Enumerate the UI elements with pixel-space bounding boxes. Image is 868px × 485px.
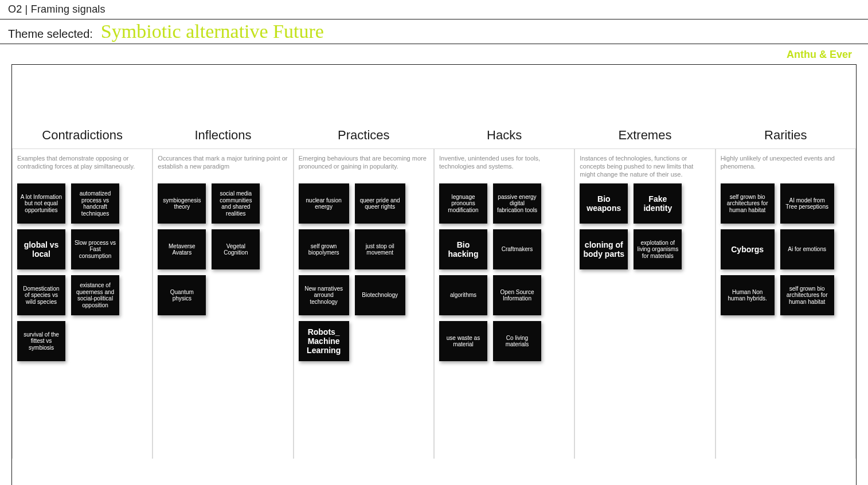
sticky-note[interactable]: self grown bio architectures for human h… [780,275,834,315]
sticky-note[interactable]: Cyborgs [721,229,775,269]
card-container: legnuage pronouns modificationpassive en… [439,183,569,361]
sticky-note[interactable]: queer pride and queer rights [355,183,405,224]
sticky-note[interactable]: Co living materials [493,321,541,361]
column-header: Extremes [574,122,715,148]
sticky-note[interactable]: Ai for emotions [780,229,834,269]
column-body: Instances of technologies, functions or … [574,148,715,459]
column-description: Inventive, unintended uses for tools, te… [439,155,569,179]
column-description: Emerging behaviours that are becoming mo… [299,155,429,179]
column-body: Inventive, unintended uses for tools, te… [434,148,574,459]
card-container: symbiogenesis theorysocial media communi… [158,183,288,315]
sticky-note[interactable]: survival of the fittest vs symbiosis [17,321,65,361]
card-container: self grown bio architectures for human h… [721,183,851,315]
column-contradictions: ContradictionsExamples that demonstrate … [12,122,153,459]
sticky-note[interactable]: AI model from Tree perseptions [780,183,834,224]
sticky-note[interactable]: legnuage pronouns modification [439,183,487,224]
page-title: O2 | Framing signals [0,0,868,19]
sticky-note[interactable]: Robots_ Machine Learning [299,321,349,361]
sticky-note[interactable]: algorithms [439,275,487,315]
column-body: Highly unlikely of unexpected events and… [715,148,856,459]
sticky-note[interactable]: New narratives arround technology [299,275,349,315]
card-container: Bio weaponsFake identitycloning of body … [580,183,710,269]
sticky-note[interactable]: Metaverse Avatars [158,229,206,269]
column-description: Examples that demonstrate opposing or co… [17,155,147,179]
sticky-note[interactable]: automatized process vs handcraft techniq… [71,183,119,224]
sticky-note[interactable]: explotation of living organisms for mate… [634,229,682,269]
sticky-note[interactable]: use waste as material [439,321,487,361]
column-body: Emerging behaviours that are becoming mo… [294,148,434,459]
column-extremes: ExtremesInstances of technologies, funct… [574,122,715,459]
theme-label: Theme selected: [8,28,93,41]
sticky-note[interactable]: nuclear fusion energy [299,183,349,224]
column-description: Instances of technologies, functions or … [580,155,710,179]
sticky-note[interactable]: Bio hacking [439,229,487,269]
sticky-note[interactable]: global vs local [17,229,65,269]
column-header: Rarities [715,122,856,148]
sticky-note[interactable]: Quantum physics [158,275,206,315]
card-container: A lot Information but not equal opportun… [17,183,147,361]
column-header: Contradictions [12,122,153,148]
column-description: Occurances that mark a major turining po… [158,155,288,179]
sticky-note[interactable]: social media communities and shared real… [212,183,260,224]
whiteboard-frame[interactable]: ContradictionsExamples that demonstrate … [11,64,857,485]
sticky-note[interactable]: Biotechnology [355,275,405,315]
column-body: Occurances that mark a major turining po… [153,148,293,459]
sticky-note[interactable]: symbiogenesis theory [158,183,206,224]
column-header: Hacks [434,122,574,148]
column-inflections: InflectionsOccurances that mark a major … [153,122,293,459]
column-rarities: RaritiesHighly unlikely of unexpected ev… [715,122,856,459]
column-header: Practices [294,122,434,148]
sticky-note[interactable]: cloning of body parts [580,229,628,269]
column-hacks: HacksInventive, unintended uses for tool… [434,122,574,459]
sticky-note[interactable]: Bio weapons [580,183,628,224]
column-practices: PracticesEmerging behaviours that are be… [294,122,434,459]
sticky-note[interactable]: passive energy digital fabrication tools [493,183,541,224]
sticky-note[interactable]: Domestication of species vs wild species [17,275,65,315]
authors: Anthu & Ever [0,44,868,61]
columns-row: ContradictionsExamples that demonstrate … [12,122,856,459]
column-description: Highly unlikely of unexpected events and… [721,155,851,179]
sticky-note[interactable]: Fake identity [634,183,682,224]
sticky-note[interactable]: A lot Information but not equal opportun… [17,183,65,224]
theme-value: Symbiotic alternative Future [101,21,324,42]
column-body: Examples that demonstrate opposing or co… [12,148,153,459]
sticky-note[interactable]: self grown biopolymers [299,229,349,269]
sticky-note[interactable]: existance of queerness and social-politi… [71,275,119,315]
theme-bar: Theme selected: Symbiotic alternative Fu… [0,19,868,44]
sticky-note[interactable]: Open Source Information [493,275,541,315]
sticky-note[interactable]: just stop oil movement [355,229,405,269]
sticky-note[interactable]: self grown bio architectures for human h… [721,183,775,224]
sticky-note[interactable]: Slow process vs Fast consumption [71,229,119,269]
card-container: nuclear fusion energyqueer pride and que… [299,183,429,361]
sticky-note[interactable]: Vegetal Cognition [212,229,260,269]
sticky-note[interactable]: Human Non human hybrids. [721,275,775,315]
sticky-note[interactable]: Craftmakers [493,229,541,269]
column-header: Inflections [153,122,293,148]
